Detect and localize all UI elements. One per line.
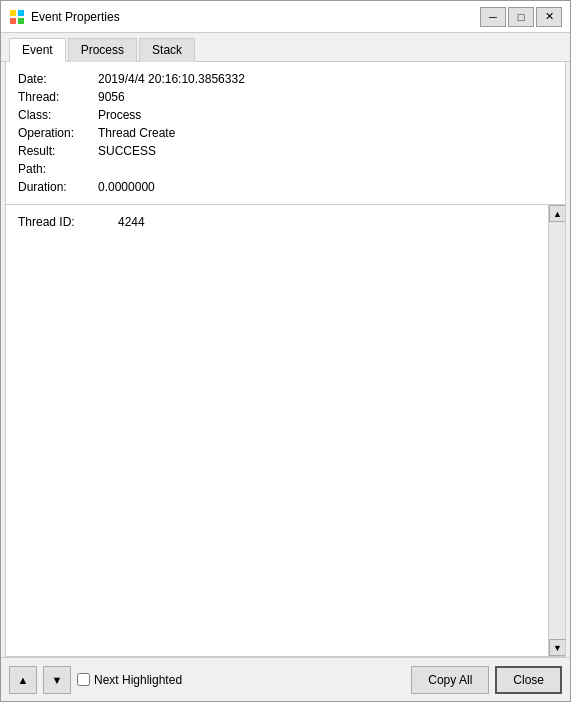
detail-label-operation: Operation:: [18, 126, 98, 140]
detail-value-class: Process: [98, 108, 553, 122]
detail-row-class: Class: Process: [18, 106, 553, 124]
detail-label-result: Result:: [18, 144, 98, 158]
detail-value-operation: Thread Create: [98, 126, 553, 140]
tab-event[interactable]: Event: [9, 38, 66, 62]
window-controls: ─ □ ✕: [480, 7, 562, 27]
tabs-bar: Event Process Stack: [1, 33, 570, 62]
window-icon: [9, 9, 25, 25]
title-bar: Event Properties ─ □ ✕: [1, 1, 570, 33]
next-highlighted-container: Next Highlighted: [77, 673, 405, 687]
extra-details-content: Thread ID: 4244: [18, 213, 553, 648]
extra-value-thread-id: 4244: [118, 215, 145, 229]
extra-label-thread-id: Thread ID:: [18, 215, 118, 229]
tab-stack[interactable]: Stack: [139, 38, 195, 62]
detail-row-result: Result: SUCCESS: [18, 142, 553, 160]
svg-rect-1: [18, 10, 24, 16]
extra-details-section: Thread ID: 4244 ▲ ▼: [6, 205, 565, 656]
detail-value-path: [98, 162, 553, 176]
extra-row-thread-id: Thread ID: 4244: [18, 213, 537, 231]
svg-rect-3: [18, 18, 24, 24]
detail-value-thread: 9056: [98, 90, 553, 104]
detail-label-path: Path:: [18, 162, 98, 176]
scroll-up-button[interactable]: ▲: [549, 205, 565, 222]
scrollbar-track[interactable]: [549, 222, 565, 639]
detail-value-duration: 0.0000000: [98, 180, 553, 194]
footer: ▲ ▼ Next Highlighted Copy All Close: [1, 657, 570, 701]
detail-row-path: Path:: [18, 160, 553, 178]
down-button[interactable]: ▼: [43, 666, 71, 694]
copy-all-button[interactable]: Copy All: [411, 666, 489, 694]
detail-value-result: SUCCESS: [98, 144, 553, 158]
svg-rect-0: [10, 10, 16, 16]
event-details-section: Date: 2019/4/4 20:16:10.3856332 Thread: …: [6, 62, 565, 205]
content-area: Date: 2019/4/4 20:16:10.3856332 Thread: …: [5, 62, 566, 657]
detail-label-date: Date:: [18, 72, 98, 86]
detail-label-duration: Duration:: [18, 180, 98, 194]
close-button[interactable]: Close: [495, 666, 562, 694]
maximize-button[interactable]: □: [508, 7, 534, 27]
tab-process[interactable]: Process: [68, 38, 137, 62]
scroll-down-button[interactable]: ▼: [549, 639, 565, 656]
detail-row-thread: Thread: 9056: [18, 88, 553, 106]
detail-row-date: Date: 2019/4/4 20:16:10.3856332: [18, 70, 553, 88]
detail-row-operation: Operation: Thread Create: [18, 124, 553, 142]
detail-label-class: Class:: [18, 108, 98, 122]
detail-label-thread: Thread:: [18, 90, 98, 104]
event-properties-window: Event Properties ─ □ ✕ Event Process Sta…: [0, 0, 571, 702]
close-window-button[interactable]: ✕: [536, 7, 562, 27]
up-button[interactable]: ▲: [9, 666, 37, 694]
scrollbar: ▲ ▼: [548, 205, 565, 656]
next-highlighted-label: Next Highlighted: [94, 673, 182, 687]
detail-row-duration: Duration: 0.0000000: [18, 178, 553, 196]
svg-rect-2: [10, 18, 16, 24]
next-highlighted-checkbox[interactable]: [77, 673, 90, 686]
detail-value-date: 2019/4/4 20:16:10.3856332: [98, 72, 553, 86]
window-title: Event Properties: [31, 10, 480, 24]
minimize-button[interactable]: ─: [480, 7, 506, 27]
